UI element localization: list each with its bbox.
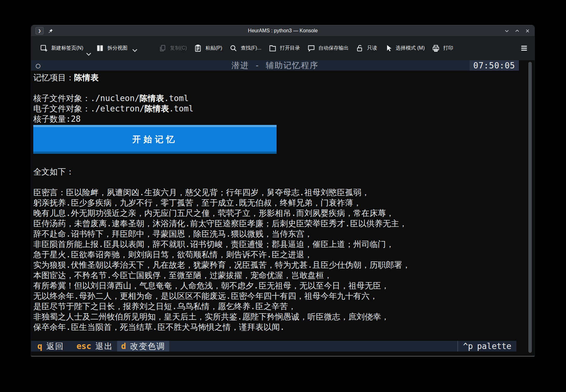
- footer-palette-hint[interactable]: ^p palette: [457, 341, 516, 352]
- chat-bubble-icon: [307, 44, 315, 52]
- blank-line: [33, 177, 535, 187]
- text-line: 臣侍汤药，未曾废离.逮奉圣朝，沐浴清化.前太守臣逵察臣孝廉；后刺史臣荣举臣秀才.…: [33, 218, 535, 229]
- prompt-glyph: ❯: [38, 29, 41, 33]
- copy-button[interactable]: 复制(C): [155, 41, 190, 55]
- select-mode-button[interactable]: 选择模式 (M): [381, 41, 428, 55]
- text-line: 无以终余年.母孙二人，更相为命，是以区区不能废远.臣密今年四十有四，祖母今年九十…: [33, 291, 535, 301]
- chevron-down-icon: [84, 50, 89, 54]
- open-directory-button[interactable]: 打开目录: [265, 41, 304, 55]
- text-line: 非臣陨首所能上报.臣具以表闻，辞不就职.诏书切峻，责臣逋慢；郡县逼迫，催臣上道；…: [33, 239, 535, 250]
- autosave-output-label: 自动保存输出: [319, 45, 349, 51]
- print-label: 打印: [443, 45, 453, 51]
- close-button[interactable]: [525, 28, 530, 34]
- printer-icon: [432, 44, 440, 52]
- key-q: q: [37, 341, 42, 351]
- paste-button[interactable]: 粘贴(P): [190, 41, 225, 55]
- text-line: 本图宦达，不矜名节.今臣亡国贱俘，至微至陋，过蒙拔擢，宠命优渥，岂敢盘桓，: [33, 270, 535, 281]
- text-line: 急于星火.臣欲奉诏奔驰，则刘病日笃，欲苟顺私情，则告诉不许.臣之进退，: [33, 250, 535, 260]
- pin-icon[interactable]: [48, 28, 53, 34]
- text-line: 保卒余年.臣生当陨首，死当结草.臣不胜犬马怖惧之情，谨拜表以闻.: [33, 322, 535, 332]
- select-mode-label: 选择模式 (M): [396, 45, 425, 51]
- tui-footer: q 返回 esc 退出 d 改变色调 ^p palette: [31, 341, 516, 352]
- maximize-button[interactable]: [515, 28, 520, 34]
- lock-icon: [356, 44, 364, 52]
- key-ctrl-p: ^p: [463, 341, 473, 351]
- split-view-icon: [96, 44, 104, 52]
- tui-content: 记忆项目：陈情表 核子文件对象：./nucleon/陈情表.toml 电子文件对…: [31, 71, 535, 332]
- terminal-view: ○ 潜进 - 辅助记忆程序 07:50:05 记忆项目：陈情表 核子文件对象：.…: [31, 60, 535, 356]
- nucleus-count-value: 28: [71, 114, 81, 124]
- paste-label: 粘贴(P): [205, 45, 222, 51]
- footer-hint-back[interactable]: q 返回: [33, 341, 68, 352]
- new-tab-icon: [40, 44, 48, 52]
- tui-header: ○ 潜进 - 辅助记忆程序 07:50:05: [31, 60, 519, 71]
- hint-label: 改变色调: [130, 341, 165, 352]
- memory-item-line: 记忆项目：陈情表: [33, 72, 535, 83]
- electron-file-line: 电子文件对象：./electron/陈情表.toml: [33, 104, 535, 114]
- folder-icon: [268, 44, 277, 52]
- text-line: 非独蜀之人士及二州牧伯所见明知，皇天后土，实所共鉴.愿陛下矜悯愚诚，听臣微志，庶…: [33, 312, 535, 322]
- fulltext-label: 全文如下：: [33, 167, 535, 177]
- palette-label: palette: [477, 341, 511, 351]
- print-button[interactable]: 打印: [428, 41, 457, 55]
- cursor-icon: [384, 44, 393, 52]
- new-tab-button[interactable]: 新建标签页(N): [36, 41, 92, 55]
- minimize-button[interactable]: [504, 28, 509, 34]
- start-memorize-button[interactable]: 开始记忆: [33, 125, 277, 154]
- konsole-window: ❯ HeurAMS : python3 — Konsole: [31, 25, 535, 357]
- blank-line: [33, 156, 535, 167]
- split-view-label: 拆分视图: [107, 45, 127, 51]
- terminal-tab-icon: ❯: [35, 27, 44, 35]
- new-tab-label: 新建标签页(N): [51, 45, 83, 51]
- read-only-label: 只读: [367, 45, 377, 51]
- nucleon-file-line: 核子文件对象：./nucleon/陈情表.toml: [33, 93, 535, 104]
- app-title: 潜进 - 辅助记忆程序: [31, 60, 519, 71]
- read-only-button[interactable]: 只读: [352, 41, 381, 55]
- text-line: 晚有儿息.外无期功强近之亲，内无应门五尺之僮，茕茕孑立，形影相吊.而刘夙婴疾病，…: [33, 208, 535, 218]
- autosave-output-button[interactable]: 自动保存输出: [304, 41, 352, 55]
- chevron-down-icon: [131, 46, 135, 51]
- search-icon: [229, 44, 238, 52]
- nucleus-count-line: 核子数量:28: [33, 114, 535, 124]
- hamburger-icon: [520, 44, 528, 52]
- paste-icon: [194, 44, 202, 52]
- text-line: 臣密言：臣以险衅，夙遭闵凶.生孩六月，慈父见背；行年四岁，舅夺母志.祖母刘愍臣孤…: [33, 187, 535, 198]
- menu-button[interactable]: [516, 41, 530, 55]
- footer-hint-change-theme[interactable]: d 改变色调: [117, 341, 170, 352]
- window-title: HeurAMS : python3 — Konsole: [31, 28, 535, 34]
- toolbar: 新建标签页(N) 拆分视图: [31, 36, 535, 60]
- hint-label: 返回: [46, 341, 64, 352]
- open-directory-label: 打开目录: [280, 45, 300, 51]
- split-view-button[interactable]: 拆分视图: [92, 41, 138, 55]
- find-button[interactable]: 查找(F)...: [226, 41, 265, 55]
- copy-label: 复制(C): [170, 45, 187, 51]
- text-line: 辞不赴命.诏书特下，拜臣郎中，寻蒙国恩，除臣洗马.猥以微贱，当侍东宫，: [33, 229, 535, 239]
- scrollbar[interactable]: [528, 62, 532, 353]
- text-line: 是臣尽节于陛下之日长，报养刘之日短.乌鸟私情，愿乞终养.臣之辛苦，: [33, 301, 535, 312]
- key-esc: esc: [77, 341, 91, 351]
- text-line: 躬亲抚养.臣少多疾病，九岁不行，零丁孤苦，至于成立.既无伯叔，终鲜兄弟，门衰祚薄…: [33, 198, 535, 208]
- key-d: d: [121, 341, 126, 351]
- title-bar: ❯ HeurAMS : python3 — Konsole: [31, 25, 535, 36]
- memory-item-value: 陈情表: [74, 73, 99, 82]
- find-label: 查找(F)...: [241, 45, 261, 51]
- hint-label: 退出: [95, 341, 113, 352]
- text-line: 实为狼狈.伏惟圣朝以孝治天下，凡在故老，犹蒙矜育，况臣孤苦，特为尤甚.且臣少仕伪…: [33, 260, 535, 270]
- blank-line: [33, 83, 535, 93]
- copy-icon: [158, 44, 167, 52]
- footer-hint-quit[interactable]: esc 退出: [73, 341, 117, 352]
- text-line: 有所希冀！但以刘日薄西山，气息奄奄，人命危浅，朝不虑夕.臣无祖母，无以至今日，祖…: [33, 281, 535, 291]
